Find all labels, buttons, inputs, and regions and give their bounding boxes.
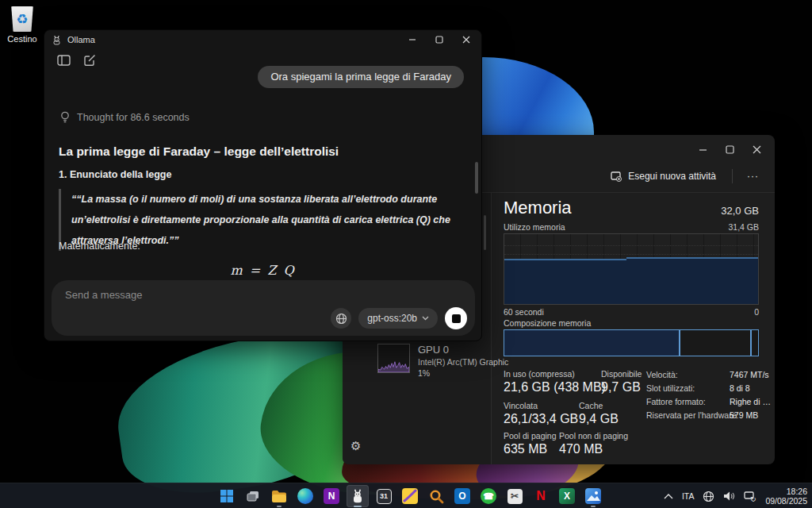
task-view-button[interactable]	[242, 485, 264, 507]
taskbar-item-onenote[interactable]: N	[320, 485, 343, 507]
web-search-button[interactable]	[331, 308, 351, 329]
model-selector[interactable]: gpt-oss:20b	[358, 308, 438, 329]
stat-label: Cache	[579, 401, 603, 410]
memory-page-title: Memoria	[504, 198, 572, 218]
chevron-down-icon	[422, 316, 429, 321]
netflix-icon: N	[532, 487, 550, 505]
settings-gear-icon[interactable]: ⚙	[350, 439, 361, 453]
composition-in-use	[504, 330, 680, 356]
ollama-minimize-button[interactable]	[399, 30, 426, 49]
taskbar-item-edge[interactable]	[294, 485, 316, 507]
graph-axis-right-label: 0	[754, 307, 759, 317]
taskman-maximize-button[interactable]	[716, 140, 743, 159]
ollama-close-button[interactable]	[453, 30, 480, 49]
user-message-bubble: Ora spiegami la prima legge di Faraday	[258, 66, 464, 88]
sidebar-scrollbar[interactable]	[484, 215, 486, 250]
file-explorer-icon	[271, 490, 287, 503]
tray-date: 09/08/2025	[765, 496, 807, 506]
detail-value: 8 di 8	[730, 383, 750, 393]
snipping-tool-icon: ✂	[508, 489, 523, 504]
taskman-minimize-button[interactable]	[689, 140, 716, 159]
taskbar: N 31	[0, 483, 812, 508]
network-globe-icon[interactable]	[703, 491, 714, 502]
ollama-llama-icon	[52, 35, 62, 45]
memory-usage-scale-max: 31,4 GB	[728, 222, 759, 232]
lightbulb-icon	[60, 111, 70, 123]
recycle-bin-desktop-icon[interactable]: ♻ Cestino	[3, 6, 41, 44]
outlook-icon: O	[454, 488, 470, 504]
memory-details-panel: Memoria 32,0 GB Utilizzo memoria 31,4 GB…	[492, 193, 775, 464]
onenote-icon: N	[324, 488, 339, 504]
volume-icon[interactable]	[723, 491, 735, 502]
tray-clock[interactable]: 18:26 09/08/2025	[765, 487, 807, 506]
toolbar-divider	[732, 169, 733, 183]
language-indicator[interactable]: ITA	[682, 491, 695, 501]
stat-value: 26,1/33,4 GB	[504, 412, 578, 426]
calendar-icon: 31	[377, 489, 392, 504]
memory-composition-label: Composizione memoria	[504, 318, 591, 328]
svg-text:↻: ↻	[750, 495, 756, 502]
ollama-titlebar[interactable]: Ollama	[44, 30, 481, 49]
taskbar-item-excel[interactable]: X	[556, 485, 578, 507]
sticky-notes-icon	[402, 488, 418, 504]
task-view-icon	[246, 489, 260, 503]
taskbar-item-netflix[interactable]: N	[530, 485, 552, 507]
taskbar-item-file-explorer[interactable]	[268, 485, 290, 507]
taskman-close-button[interactable]	[743, 140, 770, 159]
message-input-container[interactable]: gpt-oss:20b	[52, 280, 475, 336]
taskbar-item-outlook[interactable]: O	[451, 485, 473, 507]
answer-section-title: 1. Enunciato della legge	[59, 169, 171, 180]
windows-logo-icon	[220, 489, 234, 503]
tray-chevron-up-icon[interactable]	[664, 494, 673, 499]
memory-composition-bar	[504, 329, 759, 356]
graph-dotted-gridline	[504, 245, 758, 246]
window-title: Ollama	[67, 35, 95, 44]
stat-label: In uso (compressa)	[504, 369, 575, 379]
detail-value: 579 MB	[730, 410, 758, 420]
message-input[interactable]	[65, 289, 319, 301]
taskbar-item-whatsapp[interactable]: ☎	[477, 485, 500, 507]
detail-value: Righe di …	[730, 397, 771, 406]
taskbar-item-ollama[interactable]	[347, 485, 369, 507]
thought-status-text: Thought for 86.6 seconds	[77, 112, 190, 123]
memory-graph-fill-step	[626, 257, 758, 304]
answer-heading: La prima legge di Faraday – legge dell’e…	[59, 144, 339, 159]
sidebar-toggle-icon[interactable]	[57, 54, 71, 67]
taskbar-item-snipping-tool[interactable]: ✂	[504, 485, 526, 507]
taskbar-item-sticky-notes[interactable]	[399, 485, 421, 507]
detail-value: 7467 MT/s	[730, 370, 769, 379]
thought-status[interactable]: Thought for 86.6 seconds	[60, 111, 190, 123]
globe-icon	[335, 313, 347, 325]
taskbar-item-search[interactable]	[425, 485, 447, 507]
new-task-icon	[611, 171, 622, 182]
more-options-button[interactable]: ···	[741, 167, 765, 185]
answer-math-intro: Matematicamente:	[59, 241, 140, 252]
detail-label: Fattore formato:	[646, 397, 706, 406]
taskbar-item-photos[interactable]	[582, 485, 604, 507]
taskbar-item-calendar[interactable]: 31	[373, 485, 395, 507]
recycle-bin-icon: ♻	[10, 6, 34, 32]
detail-label: Velocità:	[646, 370, 678, 379]
recycle-bin-label: Cestino	[3, 34, 41, 44]
stop-icon	[452, 314, 461, 323]
wallpaper-bloom-blue	[477, 57, 594, 137]
stat-value: 635 MB	[504, 442, 547, 456]
start-button[interactable]	[216, 485, 238, 507]
answer-formula: m = Z Q	[44, 263, 481, 278]
graph-axis-left-label: 60 secondi	[504, 307, 544, 317]
excel-icon: X	[559, 488, 575, 504]
tray-time: 18:26	[765, 487, 807, 496]
display-sync-tray-icon[interactable]: ↻	[744, 491, 756, 502]
ollama-maximize-button[interactable]	[426, 30, 453, 49]
chat-scrollbar[interactable]	[475, 162, 478, 194]
new-chat-icon[interactable]	[83, 54, 96, 67]
stat-label: Vincolata	[504, 401, 538, 410]
run-new-task-label: Esegui nuova attività	[628, 171, 716, 182]
desktop: ♻ Cestino Esegui nuova attività ···	[0, 0, 812, 508]
stat-label: Pool non di paging	[559, 431, 628, 441]
stop-generation-button[interactable]	[445, 307, 467, 329]
run-new-task-button[interactable]: Esegui nuova attività	[603, 167, 724, 186]
ollama-window: Ollama Ora spiegami la prima legge di Fa…	[44, 29, 482, 341]
whatsapp-icon: ☎	[481, 488, 496, 504]
search-icon	[429, 489, 444, 504]
